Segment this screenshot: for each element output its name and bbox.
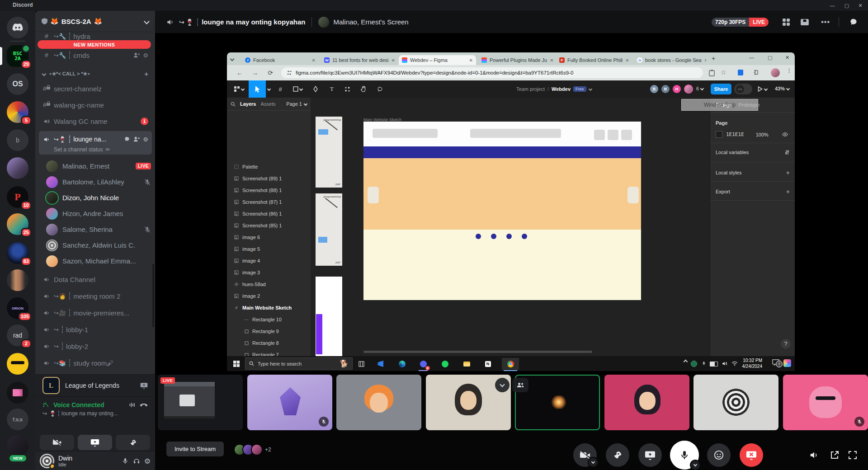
layer-row-child[interactable]: —Rectangle 10 — [227, 314, 311, 325]
color-opacity[interactable]: 100% — [756, 132, 769, 137]
layer-row[interactable]: Screenshot (85) 1 — [227, 220, 311, 231]
tab-layers[interactable]: Layers — [240, 101, 256, 107]
more-options-icon[interactable]: ••• — [821, 18, 830, 26]
file-menu-chevron[interactable] — [588, 87, 592, 91]
resources-tool-icon[interactable] — [342, 84, 353, 94]
add-export-icon[interactable]: + — [786, 188, 790, 195]
invite-user-icon[interactable] — [133, 136, 140, 142]
add-channel-icon[interactable]: + — [144, 70, 148, 78]
video-button[interactable] — [40, 435, 74, 450]
page-selector[interactable]: Page 1 — [286, 101, 307, 107]
tab-assets[interactable]: Assets — [260, 101, 275, 107]
activities-button[interactable] — [116, 435, 150, 450]
headphones-icon[interactable] — [133, 457, 140, 465]
voice-member[interactable]: Malinao, Ernest LIVE — [46, 158, 151, 174]
channel-secret-channelz[interactable]: # secret-channelz — [39, 81, 152, 96]
tab-close-icon[interactable]: ✕ — [625, 58, 629, 63]
camera-button[interactable] — [573, 443, 597, 467]
browser-close[interactable]: ✕ — [785, 55, 789, 61]
browser-tab-active[interactable]: Webdev – Figma ✕ — [399, 55, 476, 65]
collaborator-avatar[interactable]: B — [650, 85, 658, 93]
layer-row[interactable]: Screenshot (86) 1 — [227, 208, 311, 220]
tray-clock[interactable]: 10:32 PM4/24/2024 — [742, 358, 763, 369]
figma-canvas[interactable]: programming JMP programming JMP — [311, 98, 710, 356]
channel-scrollbar[interactable] — [152, 264, 154, 327]
minimize-button[interactable]: — — [826, 1, 839, 9]
tab-search-chevron[interactable] — [231, 56, 234, 61]
category-call[interactable]: ⋆✮*< CALL > *✮⋆ + — [39, 69, 152, 79]
invite-to-stream-button[interactable]: Invite to Stream — [166, 442, 224, 456]
grid-view-icon[interactable] — [782, 18, 790, 26]
stream-activity-icon[interactable] — [140, 382, 148, 389]
text-tool-icon[interactable]: T — [326, 84, 337, 94]
soundboard-icon[interactable] — [129, 402, 136, 408]
tab-close-icon[interactable]: ✕ — [704, 58, 706, 63]
hand-tool-icon[interactable] — [358, 84, 369, 94]
tray-volume-icon[interactable] — [722, 361, 728, 367]
voice-channel-name[interactable]: lounge na may onting... — [61, 410, 118, 417]
file-explorer-icon[interactable] — [461, 358, 472, 370]
mockup-frame[interactable] — [363, 122, 641, 300]
canvas-h-scrollbar[interactable] — [363, 351, 592, 353]
server-pikachu[interactable] — [7, 353, 28, 375]
new-mentions-pill[interactable]: NEW MENTIONS — [38, 40, 151, 49]
layer-row[interactable]: image 4 — [227, 255, 311, 267]
channel-lobby-1[interactable]: ↪ lobby-1 — [39, 322, 152, 337]
chat-toggle-icon[interactable] — [849, 18, 858, 27]
taskbar-search[interactable]: Type here to search 🐕 — [245, 357, 353, 370]
voice-member[interactable]: Salome, Sherina — [46, 221, 151, 237]
collaborator-avatar[interactable]: H — [673, 85, 681, 93]
canvas-white-page[interactable] — [316, 277, 342, 356]
server-faa[interactable]: f;a;a — [7, 409, 28, 430]
tile-stream-preview[interactable]: LIVE — [158, 375, 243, 430]
task-view-icon[interactable] — [355, 358, 367, 370]
layer-row[interactable]: image 5 — [227, 243, 311, 255]
visibility-eye-icon[interactable] — [782, 132, 788, 136]
browser-tab[interactable]: G book stores - Google Sea ✕ — [634, 55, 706, 65]
local-styles-row[interactable]: Local styles + — [716, 169, 790, 176]
layer-row[interactable]: image 2 — [227, 290, 311, 302]
tab-close-icon[interactable]: ✕ — [550, 58, 553, 63]
share-button[interactable]: Share — [711, 84, 731, 94]
viewer-avatars[interactable]: +2 — [234, 444, 271, 456]
server-os[interactable]: OS — [7, 73, 28, 95]
tray-battery-icon[interactable] — [710, 362, 718, 367]
channel-study-room[interactable]: ↪📚 study room🖋 — [39, 356, 152, 370]
mic-icon[interactable] — [122, 457, 129, 465]
channel-movie-premieres[interactable]: ↪🎥 movie-premieres... — [39, 306, 152, 320]
voice-member[interactable]: Bartolome, LilAshley — [46, 174, 151, 190]
channel-settings-icon[interactable]: ⚙ — [143, 136, 148, 143]
chrome-taskbar-icon-active[interactable] — [502, 358, 519, 370]
stream-volume-icon[interactable] — [809, 450, 819, 460]
channel-lounge-selected[interactable]: ↪🍷 lounge na... ⚙ Set a channel status ✏ — [39, 131, 152, 155]
server-header[interactable]: 🦊 BSCS-2A 🦊 — [35, 11, 155, 32]
zoom-level[interactable]: 43% — [775, 86, 789, 91]
server-b[interactable]: b — [7, 129, 28, 151]
stream-screen-label[interactable]: Malinao, Ernest's Screen — [333, 18, 408, 26]
tile-participant[interactable] — [693, 375, 778, 430]
notion-icon[interactable]: N — [482, 358, 494, 370]
present-icon[interactable] — [757, 84, 768, 94]
members-overlay-button[interactable] — [512, 378, 528, 392]
figma-main-menu-icon[interactable] — [233, 84, 244, 94]
tile-participant[interactable] — [247, 375, 332, 430]
close-button[interactable]: ✕ — [854, 1, 867, 9]
channel-cmds[interactable]: # ↪🔧 cmds ⚙ — [39, 48, 152, 62]
layer-row-child[interactable]: Rectangle 8 — [227, 337, 311, 349]
tray-chevron-icon[interactable] — [684, 360, 687, 363]
layer-row[interactable]: image 6 — [227, 231, 311, 243]
dev-mode-toggle[interactable]: </> — [734, 84, 752, 94]
server-new[interactable] — [7, 435, 28, 456]
browser-tab[interactable]: f Facebook ✕ — [242, 55, 319, 65]
browser-menu-icon[interactable]: ⋮ — [787, 68, 792, 74]
figma-file-breadcrumb[interactable]: Team project / Webdev Free — [516, 80, 592, 98]
save-icon[interactable] — [709, 70, 715, 76]
channel-lobby-2[interactable]: ↪ lobby-2 — [39, 339, 152, 353]
tile-participant[interactable] — [336, 375, 421, 430]
layer-row[interactable]: Screenshot (87) 1 — [227, 196, 311, 208]
browser-maximize[interactable]: ▢ — [768, 55, 772, 61]
camera-options-chevron[interactable] — [588, 457, 599, 468]
tray-widgets-icon[interactable] — [783, 359, 791, 367]
collaborator-avatar-self[interactable] — [684, 85, 693, 94]
collaborator-overflow[interactable]: 6 — [696, 86, 703, 91]
